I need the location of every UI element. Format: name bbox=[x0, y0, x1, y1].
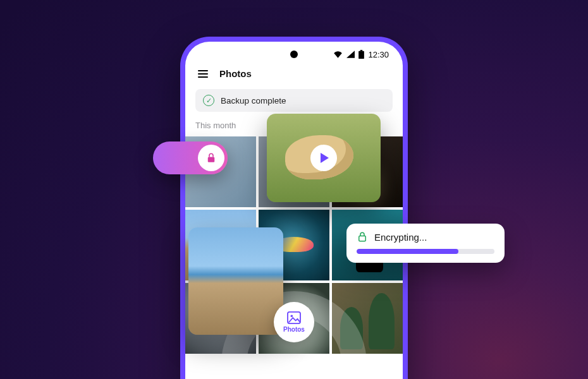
image-icon bbox=[287, 311, 301, 324]
fab-label: Photos bbox=[283, 326, 305, 333]
photo-thumb-floating[interactable] bbox=[188, 227, 283, 335]
svg-rect-3 bbox=[359, 236, 366, 241]
battery-icon bbox=[358, 50, 364, 59]
svg-rect-2 bbox=[208, 157, 215, 162]
front-camera bbox=[290, 51, 298, 58]
svg-point-5 bbox=[291, 315, 293, 317]
lock-toggle[interactable] bbox=[153, 141, 228, 174]
backup-banner[interactable]: ✓ Backup complete bbox=[195, 89, 393, 112]
status-time: 12:30 bbox=[368, 50, 389, 59]
backup-banner-text: Backup complete bbox=[221, 96, 286, 105]
wifi-icon bbox=[333, 51, 343, 58]
app-bar: Photos bbox=[185, 67, 403, 87]
lock-icon bbox=[198, 145, 224, 171]
page-title: Photos bbox=[219, 68, 252, 79]
photos-fab[interactable]: Photos bbox=[274, 302, 314, 342]
encrypt-label: Encrypting... bbox=[374, 232, 427, 243]
signal-icon bbox=[346, 51, 355, 58]
play-icon bbox=[310, 145, 337, 171]
video-thumb[interactable] bbox=[267, 114, 381, 202]
lock-icon bbox=[357, 231, 368, 243]
check-icon: ✓ bbox=[203, 95, 214, 106]
svg-rect-0 bbox=[360, 50, 363, 51]
encrypt-progress bbox=[357, 249, 494, 254]
hamburger-icon[interactable] bbox=[198, 70, 208, 78]
photo-thumb[interactable] bbox=[332, 283, 403, 354]
svg-rect-1 bbox=[359, 51, 365, 59]
encrypt-toast: Encrypting... bbox=[346, 224, 505, 263]
